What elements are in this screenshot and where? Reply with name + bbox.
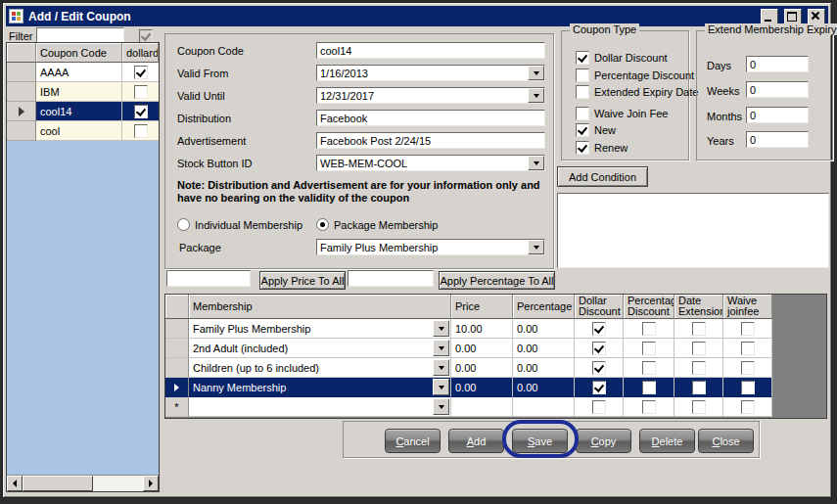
apply-percentage-to-all-button[interactable]: Apply Percentage To All: [439, 271, 555, 290]
radio-selected-icon[interactable]: [316, 218, 329, 231]
distribution-input[interactable]: [316, 110, 545, 126]
dollardiscount-checkbox[interactable]: [134, 124, 148, 138]
scroll-right-button[interactable]: [143, 476, 159, 491]
percentage-column-header[interactable]: Percentage: [513, 295, 575, 319]
radio-icon[interactable]: [177, 218, 190, 231]
coupon-row-cool14-selected[interactable]: cool14: [7, 102, 159, 121]
coupon-list-grid[interactable]: Coupon Code dollardi AAAA IBM cool14 coo…: [6, 42, 160, 492]
dollar-discount-checkbox[interactable]: [592, 361, 606, 375]
dollar-discount-checkbox[interactable]: [592, 322, 606, 336]
dollardiscount-checkbox[interactable]: [134, 85, 148, 99]
percentage-discount-column-header[interactable]: PercentageDiscount: [624, 295, 674, 319]
waive-joinfee-checkbox[interactable]: [741, 322, 755, 336]
chevron-down-icon[interactable]: [433, 379, 449, 395]
checkbox-icon[interactable]: [576, 123, 589, 137]
close-button[interactable]: [808, 9, 825, 24]
add-button[interactable]: Add: [448, 429, 504, 453]
coupon-row-aaaa[interactable]: AAAA: [7, 63, 159, 82]
maximize-icon: [787, 12, 797, 22]
date-extension-column-header[interactable]: DateExtension: [674, 295, 723, 319]
advertisement-input[interactable]: [316, 132, 545, 149]
chevron-down-icon[interactable]: [528, 240, 544, 254]
cancel-button[interactable]: Cancel: [385, 429, 441, 453]
checkbox-icon[interactable]: [576, 107, 589, 120]
chevron-down-icon[interactable]: [433, 359, 449, 376]
chevron-down-icon[interactable]: [433, 398, 449, 415]
coupon-list-hscrollbar[interactable]: [7, 475, 159, 491]
membership-row-family-plus[interactable]: Family Plus Membership 10.00 0.00: [165, 319, 826, 339]
maximize-button[interactable]: [784, 9, 802, 24]
package-combo[interactable]: Family Plus Membership: [316, 239, 545, 255]
checkbox-icon[interactable]: [576, 51, 589, 65]
membership-row-new[interactable]: *: [165, 397, 826, 417]
close-action-button[interactable]: Close: [698, 429, 754, 453]
scrollbar-thumb[interactable]: [23, 476, 93, 491]
checkbox-icon[interactable]: [576, 85, 589, 99]
dollar-discount-checkbox[interactable]: [592, 342, 606, 355]
chevron-down-icon[interactable]: [433, 320, 449, 337]
dollar-discount-checkbox[interactable]: [592, 381, 606, 394]
days-input[interactable]: [746, 56, 809, 72]
extended-expiry-date-option[interactable]: Extended Expiry Date: [576, 85, 698, 99]
price-column-header[interactable]: Price: [451, 295, 513, 319]
stock-button-id-combo[interactable]: WEB-MEM-COOL: [316, 155, 545, 171]
chevron-down-icon[interactable]: [528, 156, 544, 170]
percentage-apply-input[interactable]: [348, 270, 434, 287]
dollardiscount-checkbox[interactable]: [134, 66, 148, 79]
valid-until-combo[interactable]: 12/31/2017: [316, 87, 545, 104]
chevron-down-icon[interactable]: [433, 340, 449, 356]
dollar-discount-checkbox[interactable]: [592, 400, 606, 414]
coupon-code-input[interactable]: [316, 42, 545, 59]
apply-price-to-all-button[interactable]: Apply Price To All: [259, 271, 346, 290]
percentage-discount-option[interactable]: Percentage Discount: [576, 69, 694, 82]
percentage-discount-checkbox[interactable]: [642, 322, 656, 336]
months-input[interactable]: [746, 107, 809, 123]
date-extension-checkbox[interactable]: [692, 400, 706, 414]
coupon-code-label: Coupon Code: [177, 45, 244, 57]
membership-column-header[interactable]: Membership: [189, 295, 451, 319]
waive-joinfee-checkbox[interactable]: [741, 361, 755, 375]
waive-join-fee-option[interactable]: Waive Join Fee: [576, 107, 668, 120]
date-extension-checkbox[interactable]: [692, 322, 706, 336]
percentage-discount-checkbox[interactable]: [642, 342, 656, 355]
coupon-row-cool[interactable]: cool: [7, 121, 159, 141]
scroll-left-button[interactable]: [7, 476, 23, 491]
add-condition-button[interactable]: Add Condition: [557, 166, 648, 187]
waive-joinfee-checkbox[interactable]: [741, 400, 755, 414]
coupon-row-ibm[interactable]: IBM: [7, 82, 159, 102]
percentage-discount-checkbox[interactable]: [642, 400, 656, 414]
chevron-down-icon[interactable]: [528, 88, 544, 103]
membership-row-2nd-adult[interactable]: 2nd Adult (included) 0.00 0.00: [165, 339, 826, 358]
individual-membership-radio[interactable]: Individual Membership: [177, 218, 302, 231]
membership-grid[interactable]: Membership Price Percentage DollarDiscou…: [164, 294, 827, 419]
date-extension-checkbox[interactable]: [692, 381, 706, 394]
membership-row-children[interactable]: Children (up to 6 included) 0.00 0.00: [165, 358, 826, 378]
checkbox-icon[interactable]: [576, 69, 589, 82]
minimize-button[interactable]: [761, 9, 778, 24]
date-extension-checkbox[interactable]: [692, 361, 706, 375]
coupon-code-column-header[interactable]: Coupon Code: [36, 43, 122, 63]
percentage-discount-checkbox[interactable]: [642, 361, 656, 375]
copy-button[interactable]: Copy: [576, 429, 631, 453]
delete-button[interactable]: Delete: [639, 429, 695, 453]
dollardiscount-checkbox[interactable]: [134, 105, 148, 118]
waive-joinfee-checkbox[interactable]: [741, 342, 755, 355]
package-membership-radio[interactable]: Package Membership: [316, 218, 438, 231]
years-input[interactable]: [746, 131, 809, 148]
membership-row-nanny-selected[interactable]: Nanny Membership 0.00 0.00: [165, 378, 826, 397]
dollardiscount-column-header[interactable]: dollardi: [122, 43, 159, 63]
waive-joinfee-checkbox[interactable]: [741, 381, 755, 394]
dollar-discount-option[interactable]: Dollar Discount: [576, 51, 668, 65]
dollar-discount-column-header[interactable]: DollarDiscount: [575, 295, 624, 319]
renew-option[interactable]: Renew: [576, 141, 628, 155]
new-option[interactable]: New: [576, 123, 616, 137]
waive-joinfee-column-header[interactable]: Waivejoinfee: [723, 295, 772, 319]
price-apply-input[interactable]: [166, 270, 251, 287]
date-extension-checkbox[interactable]: [692, 342, 706, 355]
checkbox-icon[interactable]: [576, 141, 589, 155]
percentage-discount-checkbox[interactable]: [642, 381, 656, 394]
valid-from-combo[interactable]: 1/16/2013: [316, 65, 545, 81]
chevron-down-icon[interactable]: [528, 66, 544, 80]
conditions-listbox[interactable]: [557, 193, 829, 268]
weeks-input[interactable]: [746, 81, 809, 98]
